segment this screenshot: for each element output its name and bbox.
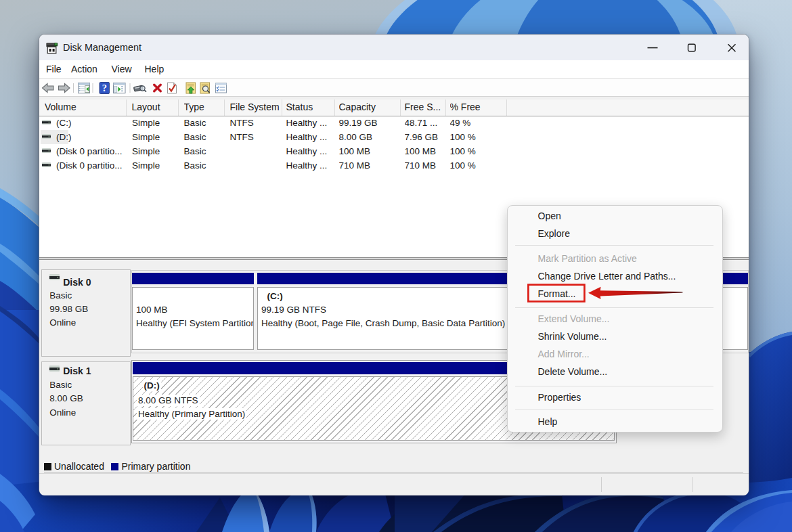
svg-text:?: ? (102, 83, 106, 93)
